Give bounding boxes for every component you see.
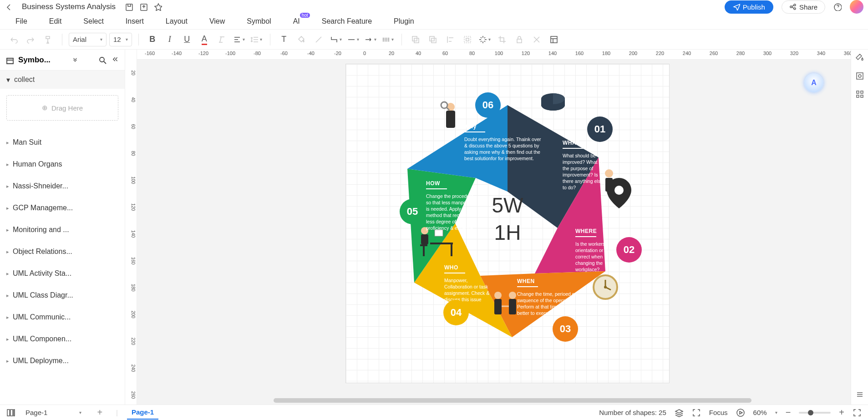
lib-item[interactable]: UML Componen... bbox=[6, 328, 118, 350]
star-icon[interactable] bbox=[154, 3, 162, 11]
format-painter-button[interactable] bbox=[41, 32, 56, 47]
menu-file[interactable]: File bbox=[15, 17, 27, 25]
zoom-label[interactable]: 60% bbox=[753, 409, 767, 416]
menu-search-feature[interactable]: Search Feature bbox=[322, 17, 372, 25]
svg-rect-12 bbox=[517, 39, 522, 43]
bring-front-button[interactable] bbox=[408, 32, 423, 47]
avatar[interactable] bbox=[850, 0, 863, 14]
drag-here-box[interactable]: ⊕ Drag Here bbox=[6, 95, 118, 121]
collect-section[interactable]: ▾ collect bbox=[0, 71, 125, 89]
undo-button[interactable] bbox=[6, 32, 21, 47]
svg-rect-43 bbox=[14, 410, 15, 416]
help-icon[interactable] bbox=[833, 3, 842, 11]
horizontal-scrollbar[interactable] bbox=[274, 398, 751, 403]
menu-plugin[interactable]: Plugin bbox=[394, 17, 414, 25]
theme-icon[interactable] bbox=[855, 53, 864, 62]
text-tool-button[interactable]: T bbox=[277, 32, 291, 47]
focus-icon[interactable] bbox=[692, 408, 701, 417]
line-style-button[interactable]: ▾ bbox=[346, 32, 360, 47]
save-icon[interactable] bbox=[125, 3, 133, 11]
font-family-select[interactable]: Arial▾ bbox=[69, 33, 107, 46]
presentation-icon[interactable] bbox=[736, 408, 745, 417]
effects-button[interactable]: ▾ bbox=[477, 32, 492, 47]
seg-where: WHEREIs the workers orientation or metho… bbox=[575, 228, 621, 273]
page-dropdown[interactable]: Page-1▾ bbox=[19, 409, 88, 416]
lib-item[interactable]: UML Activity Sta... bbox=[6, 263, 118, 284]
svg-rect-38 bbox=[861, 91, 863, 93]
page[interactable]: 5W 1H WHATWhat should be improved? What … bbox=[346, 64, 669, 383]
menu-ai[interactable]: AIhot bbox=[293, 17, 300, 25]
layers-icon[interactable] bbox=[675, 408, 684, 417]
settings-icon[interactable] bbox=[855, 71, 864, 81]
share-button[interactable]: Share bbox=[782, 0, 825, 14]
lib-item[interactable]: Monitoring and ... bbox=[6, 219, 118, 241]
bold-button[interactable]: B bbox=[145, 32, 160, 47]
svg-rect-30 bbox=[420, 244, 427, 246]
lib-item[interactable]: GCP Manageme... bbox=[6, 197, 118, 219]
lib-item[interactable]: UML Class Diagr... bbox=[6, 284, 118, 306]
connector-button[interactable]: ▾ bbox=[329, 32, 343, 47]
send-back-button[interactable] bbox=[426, 32, 440, 47]
clear-format-button[interactable] bbox=[214, 32, 229, 47]
expand-icon[interactable] bbox=[72, 56, 80, 64]
lib-item[interactable]: Object Relations... bbox=[6, 241, 118, 263]
crop-button[interactable] bbox=[495, 32, 509, 47]
svg-rect-24 bbox=[509, 299, 516, 314]
zoom-slider[interactable] bbox=[799, 412, 831, 414]
line-spacing-button[interactable]: ▾ bbox=[249, 32, 264, 47]
back-icon[interactable] bbox=[5, 3, 13, 11]
more-icon[interactable] bbox=[855, 390, 864, 399]
svg-rect-22 bbox=[494, 299, 502, 314]
tools-button[interactable] bbox=[529, 32, 544, 47]
publish-button[interactable]: Publish bbox=[725, 0, 773, 14]
svg-point-14 bbox=[100, 57, 104, 62]
menu-select[interactable]: Select bbox=[83, 17, 103, 25]
svg-rect-40 bbox=[861, 95, 863, 97]
font-color-button[interactable]: A bbox=[197, 32, 212, 47]
svg-rect-41 bbox=[7, 410, 10, 416]
page-list-icon[interactable] bbox=[6, 408, 15, 417]
ai-assistant-button[interactable]: A bbox=[804, 73, 823, 92]
font-size-select[interactable]: 12▾ bbox=[109, 33, 132, 46]
lib-item[interactable]: Nassi-Shneider... bbox=[6, 175, 118, 197]
num-05: 05 bbox=[400, 199, 425, 224]
apps-icon[interactable] bbox=[855, 90, 864, 99]
svg-rect-31 bbox=[423, 246, 425, 256]
fullscreen-icon[interactable] bbox=[853, 408, 862, 417]
zoom-out-button[interactable]: − bbox=[786, 407, 791, 418]
underline-button[interactable]: U bbox=[180, 32, 194, 47]
fill-button[interactable] bbox=[294, 32, 309, 47]
collapse-panel-icon[interactable] bbox=[111, 56, 119, 64]
lib-item[interactable]: UML Communic... bbox=[6, 306, 118, 328]
search-icon[interactable] bbox=[98, 56, 107, 64]
menu-view[interactable]: View bbox=[209, 17, 225, 25]
group-button[interactable] bbox=[460, 32, 475, 47]
align-button[interactable]: ▾ bbox=[232, 32, 246, 47]
dash-button[interactable]: ▾ bbox=[381, 32, 395, 47]
lib-item[interactable]: Human Organs bbox=[6, 153, 118, 175]
lib-item[interactable]: UML Deployme... bbox=[6, 350, 118, 372]
align-objects-button[interactable] bbox=[443, 32, 457, 47]
arrow-button[interactable]: ▾ bbox=[363, 32, 378, 47]
seg-why: WhyDoubt everything again. Thaink over &… bbox=[464, 123, 542, 162]
menu-layout[interactable]: Layout bbox=[166, 17, 188, 25]
lock-button[interactable] bbox=[512, 32, 527, 47]
add-page-button[interactable]: + bbox=[97, 407, 102, 418]
seg-what: WHATWhat should be improved? What is the… bbox=[563, 140, 608, 191]
attributes-button[interactable] bbox=[547, 32, 561, 47]
open-icon[interactable] bbox=[139, 3, 147, 11]
focus-label[interactable]: Focus bbox=[709, 409, 728, 416]
redo-button[interactable] bbox=[24, 32, 38, 47]
menu-insert[interactable]: Insert bbox=[126, 17, 144, 25]
stroke-color-button[interactable] bbox=[311, 32, 326, 47]
menu-edit[interactable]: Edit bbox=[49, 17, 62, 25]
menu-symbol[interactable]: Symbol bbox=[247, 17, 271, 25]
lib-item[interactable]: Man Suit bbox=[6, 132, 118, 153]
zoom-in-button[interactable]: + bbox=[839, 407, 844, 418]
page-tab[interactable]: Page-1 bbox=[127, 405, 158, 420]
svg-point-34 bbox=[441, 102, 447, 108]
italic-button[interactable]: I bbox=[162, 32, 177, 47]
canvas[interactable]: 5W 1H WHATWhat should be improved? What … bbox=[137, 60, 851, 405]
num-02: 02 bbox=[616, 237, 642, 263]
svg-rect-42 bbox=[10, 410, 13, 416]
